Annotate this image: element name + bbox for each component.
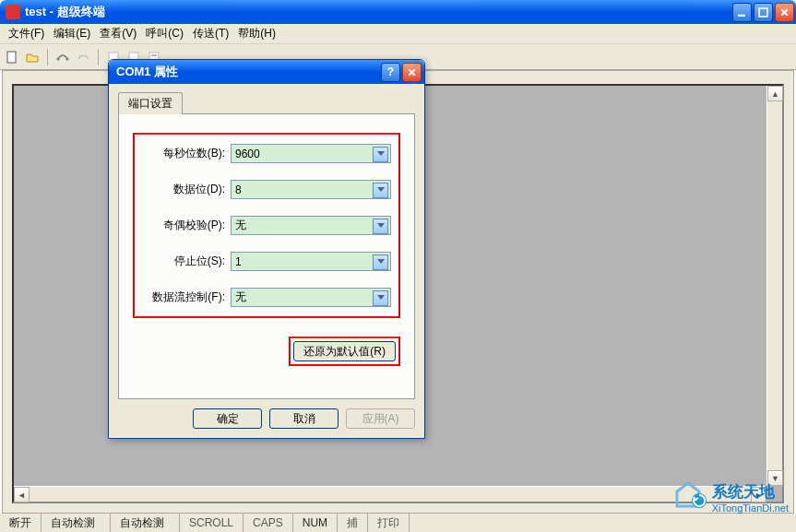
status-caps: CAPS — [244, 514, 293, 532]
app-icon — [6, 5, 20, 19]
window-title: test - 超级终端 — [25, 4, 732, 20]
main-window-titlebar: test - 超级终端 — [0, 0, 796, 24]
scroll-left-icon[interactable]: ◄ — [14, 487, 30, 502]
scroll-down-icon[interactable]: ▼ — [767, 470, 783, 486]
svg-rect-2 — [7, 52, 16, 63]
menu-call[interactable]: 呼叫(C) — [142, 24, 187, 43]
menu-help[interactable]: 帮助(H) — [234, 24, 279, 43]
close-button[interactable] — [775, 3, 794, 22]
scroll-right-icon[interactable]: ► — [751, 487, 766, 502]
restore-highlight-box: 还原为默认值(R) — [289, 337, 400, 366]
tab-port-settings[interactable]: 端口设置 — [118, 92, 183, 114]
status-connection: 断开 — [0, 514, 42, 532]
svg-rect-0 — [738, 14, 745, 16]
parity-value: 无 — [235, 218, 246, 233]
restore-defaults-button[interactable]: 还原为默认值(R) — [293, 341, 396, 361]
menu-file[interactable]: 文件(F) — [5, 24, 48, 43]
menu-view[interactable]: 查看(V) — [96, 24, 140, 43]
ok-button[interactable]: 确定 — [193, 408, 262, 429]
menu-edit[interactable]: 编辑(E) — [50, 24, 94, 43]
disconnect-icon[interactable] — [76, 50, 90, 65]
svg-rect-8 — [151, 54, 157, 56]
baud-value: 9600 — [235, 148, 260, 160]
status-num: NUM — [293, 514, 338, 532]
dialog-title: COM1 属性 — [116, 64, 381, 80]
dialog-close-button[interactable] — [402, 63, 422, 82]
status-scroll: SCROLL — [180, 514, 244, 532]
apply-button: 应用(A) — [346, 408, 415, 429]
flowctrl-label: 数据流控制(F): — [142, 290, 225, 305]
stopbits-select[interactable]: 1 — [231, 252, 391, 271]
parity-label: 奇偶校验(P): — [142, 218, 225, 233]
connect-icon[interactable] — [55, 50, 70, 65]
parity-select[interactable]: 无 — [231, 216, 391, 235]
svg-point-4 — [66, 57, 69, 60]
minimize-button[interactable] — [732, 3, 752, 22]
flowctrl-value: 无 — [235, 290, 246, 305]
flowctrl-select[interactable]: 无 — [231, 288, 391, 307]
new-icon[interactable] — [5, 50, 19, 65]
scrollbar-horizontal[interactable]: ◄ ► — [14, 486, 766, 502]
svg-point-3 — [57, 57, 60, 60]
baud-label: 每秒位数(B): — [142, 146, 225, 161]
status-print: 打印 — [368, 514, 410, 532]
maximize-button[interactable] — [754, 3, 773, 22]
dropdown-arrow-icon — [377, 151, 385, 156]
menu-bar: 文件(F) 编辑(E) 查看(V) 呼叫(C) 传送(T) 帮助(H) — [0, 24, 796, 44]
dropdown-arrow-icon — [377, 187, 385, 192]
baud-select[interactable]: 9600 — [231, 144, 391, 163]
status-bar: 断开 自动检测 自动检测 SCROLL CAPS NUM 捕 打印 — [0, 514, 796, 532]
settings-highlight-box: 每秒位数(B): 9600 数据位(D): 8 奇偶校验(P): 无 停止位(S… — [133, 133, 400, 318]
dialog-titlebar[interactable]: COM1 属性 ? — [109, 60, 424, 84]
menu-transfer[interactable]: 传送(T) — [189, 24, 232, 43]
svg-rect-1 — [759, 8, 767, 17]
scroll-up-icon[interactable]: ▲ — [767, 86, 783, 101]
scrollbar-vertical[interactable]: ▲ ▼ — [766, 86, 782, 486]
status-autodetect1: 自动检测 — [42, 514, 111, 532]
stopbits-label: 停止位(S): — [142, 254, 225, 269]
status-capture: 捕 — [338, 514, 368, 532]
dropdown-arrow-icon — [377, 295, 385, 300]
cancel-button[interactable]: 取消 — [269, 408, 339, 429]
open-icon[interactable] — [25, 50, 40, 65]
databits-select[interactable]: 8 — [231, 180, 391, 199]
databits-label: 数据位(D): — [142, 182, 225, 197]
dialog-help-button[interactable]: ? — [381, 63, 400, 82]
dropdown-arrow-icon — [377, 259, 385, 264]
stopbits-value: 1 — [235, 255, 242, 268]
tab-panel: 每秒位数(B): 9600 数据位(D): 8 奇偶校验(P): 无 停止位(S… — [118, 113, 415, 399]
status-autodetect2: 自动检测 — [111, 514, 180, 532]
databits-value: 8 — [235, 183, 242, 196]
dropdown-arrow-icon — [377, 223, 385, 228]
com-properties-dialog: COM1 属性 ? 端口设置 每秒位数(B): 9600 数据位(D): 8 奇… — [108, 59, 425, 439]
